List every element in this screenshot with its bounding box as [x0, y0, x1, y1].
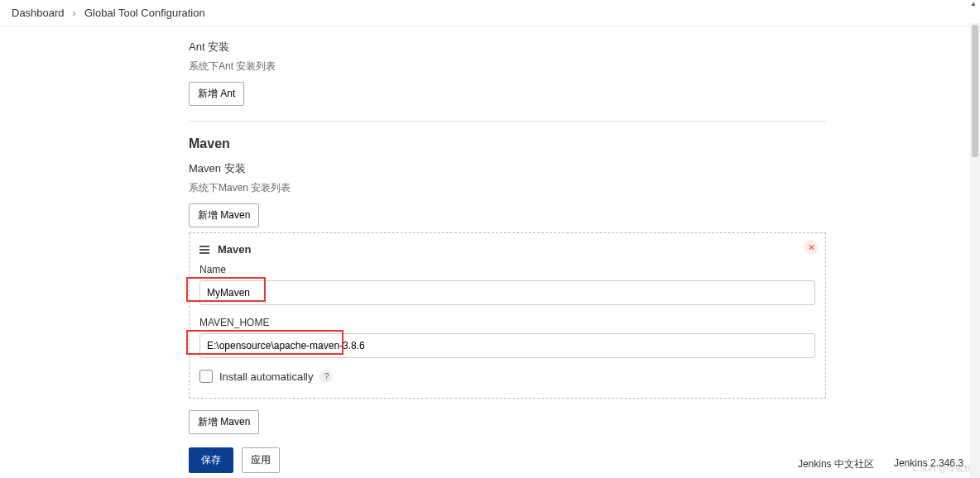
- save-button[interactable]: 保存: [189, 447, 233, 473]
- main-content: Ant 安装 系统下Ant 安装列表 新增 Ant Maven Maven 安装…: [0, 26, 828, 478]
- breadcrumb-home[interactable]: Dashboard: [12, 7, 65, 19]
- breadcrumb-current[interactable]: Global Tool Configuration: [84, 7, 205, 19]
- install-auto-label: Install automatically: [219, 370, 313, 383]
- maven-install-panel: Maven ✕ Name MAVEN_HOME Install automati…: [189, 232, 826, 399]
- add-ant-button[interactable]: 新增 Ant: [189, 82, 244, 106]
- scrollbar[interactable]: [970, 23, 980, 478]
- scroll-up-arrow[interactable]: ▲: [970, 0, 977, 7]
- maven-section-label: Maven 安装: [189, 161, 828, 176]
- watermark: CSDN @徐俊辉: [913, 463, 972, 475]
- add-maven-button-top[interactable]: 新增 Maven: [189, 203, 259, 227]
- help-icon[interactable]: ?: [319, 370, 333, 383]
- breadcrumb: Dashboard › Global Tool Configuration: [0, 0, 980, 26]
- section-divider: [189, 121, 826, 122]
- name-label: Name: [199, 264, 815, 275]
- drag-handle-icon[interactable]: [199, 246, 209, 254]
- panel-heading: Maven: [218, 243, 251, 256]
- maven-home-input[interactable]: [199, 333, 815, 358]
- ant-hint: 系统下Ant 安装列表: [189, 60, 828, 74]
- maven-hint: 系统下Maven 安装列表: [189, 181, 828, 195]
- maven-title: Maven: [189, 136, 828, 151]
- close-icon[interactable]: ✕: [804, 240, 819, 255]
- apply-button[interactable]: 应用: [242, 447, 280, 473]
- add-maven-button-bottom[interactable]: 新增 Maven: [189, 410, 259, 434]
- ant-section-label: Ant 安装: [189, 40, 828, 55]
- scrollbar-thumb[interactable]: [972, 25, 978, 157]
- maven-home-label: MAVEN_HOME: [199, 317, 815, 328]
- chevron-right-icon: ›: [73, 7, 76, 19]
- footer-community[interactable]: Jenkins 中文社区: [798, 457, 874, 471]
- name-input[interactable]: [199, 280, 815, 305]
- install-auto-checkbox[interactable]: [199, 370, 213, 383]
